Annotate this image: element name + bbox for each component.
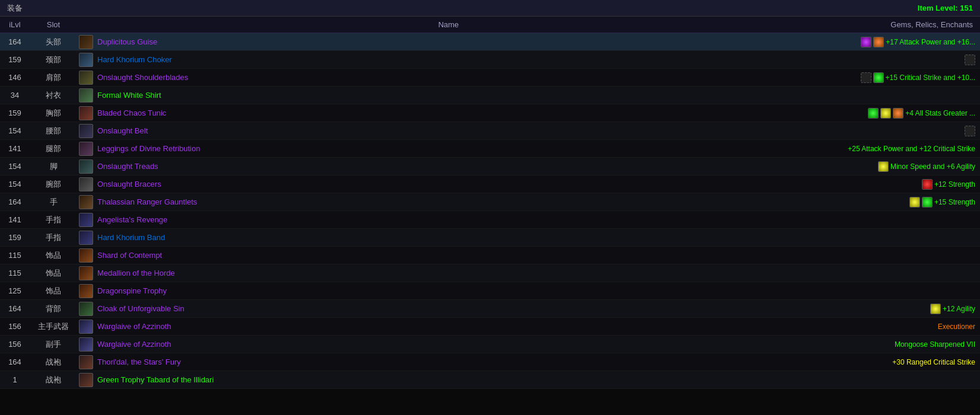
item-icon [79, 320, 93, 334]
col-icon [77, 19, 95, 30]
item-enchant-cell: +12 Strength [802, 178, 980, 191]
item-icon [79, 266, 93, 280]
item-ilvl: 141 [0, 143, 30, 154]
item-name: Leggings of Divine Retribution [95, 143, 802, 154]
item-slot: 腰部 [30, 124, 77, 138]
item-ilvl: 159 [0, 232, 30, 243]
item-icon [79, 373, 93, 387]
table-row[interactable]: 115饰品Medallion of the Horde [0, 264, 980, 282]
column-headers: iLvl Slot Name Gems, Relics, Enchants [0, 17, 980, 33]
item-ilvl: 125 [0, 285, 30, 296]
item-slot: 饰品 [30, 249, 77, 262]
gem-icon [868, 108, 879, 119]
item-icon-cell [77, 52, 95, 68]
item-name: Green Trophy Tabard of the Illidari [95, 374, 802, 385]
item-icon-cell [77, 141, 95, 157]
table-row[interactable]: 156副手Warglaive of AzzinothMongoose Sharp… [0, 336, 980, 353]
table-row[interactable]: 154腰部Onslaught Belt [0, 122, 980, 140]
enchant-text: +15 Strength [934, 198, 975, 206]
item-ilvl: 115 [0, 267, 30, 279]
item-icon-cell [77, 123, 95, 139]
item-enchant-cell [802, 379, 980, 381]
item-slot: 腕部 [30, 178, 77, 191]
item-icon-cell [77, 158, 95, 175]
item-enchant-cell: Executioner [802, 321, 980, 332]
item-icon [79, 53, 93, 67]
gem-icon [873, 72, 884, 83]
item-slot: 胸部 [30, 107, 77, 120]
gem-icon [893, 108, 903, 119]
table-row[interactable]: 164头部Duplicitous Guise+17 Attack Power a… [0, 33, 980, 51]
item-name: Warglaive of Azzinoth [95, 339, 802, 350]
gem-icon [880, 108, 891, 119]
item-ilvl: 154 [0, 161, 30, 172]
item-name: Shard of Contempt [95, 250, 802, 261]
item-name: Onslaught Belt [95, 125, 802, 136]
item-icon [79, 195, 93, 209]
table-row[interactable]: 154脚Onslaught TreadsMinor Speed and +6 A… [0, 158, 980, 175]
table-row[interactable]: 34衬衣Formal White Shirt [0, 87, 980, 104]
table-row[interactable]: 125饰品Dragonspine Trophy [0, 282, 980, 300]
item-ilvl: 154 [0, 125, 30, 136]
item-enchant-cell [802, 272, 980, 274]
item-enchant-cell [802, 290, 980, 292]
item-enchant-cell: +12 Agility [802, 302, 980, 315]
col-ilvl: iLvl [0, 19, 30, 30]
table-row[interactable]: 159胸部Bladed Chaos Tunic+4 All Stats Grea… [0, 104, 980, 122]
item-enchant-cell: +15 Strength [802, 196, 980, 209]
table-row[interactable]: 115饰品Shard of Contempt [0, 247, 980, 264]
item-icon [79, 337, 93, 352]
item-icon [79, 88, 93, 103]
item-enchant-cell [802, 94, 980, 97]
item-icon-cell [77, 372, 95, 388]
item-name: Medallion of the Horde [95, 267, 802, 279]
item-icon-cell [77, 354, 95, 371]
item-icon [79, 142, 93, 156]
table-row[interactable]: 1战袍Green Trophy Tabard of the Illidari [0, 371, 980, 389]
header-bar: 装备 Item Level: 151 [0, 0, 980, 17]
gem-icon [965, 55, 975, 65]
item-enchant-cell [802, 124, 980, 138]
item-name: Bladed Chaos Tunic [95, 107, 802, 119]
item-icon-cell [77, 34, 95, 50]
item-icon [79, 213, 93, 227]
item-icon [79, 284, 93, 298]
item-icon-cell [77, 212, 95, 228]
item-enchant-cell [802, 254, 980, 257]
enchant-text: +15 Critical Strike and +10... [886, 74, 975, 82]
table-row[interactable]: 141手指Angelista's Revenge [0, 211, 980, 229]
item-name: Thori'dal, the Stars' Fury [95, 356, 802, 368]
item-icon [79, 302, 93, 316]
table-row[interactable]: 159手指Hard Khorium Band [0, 229, 980, 247]
table-row[interactable]: 154腕部Onslaught Bracers+12 Strength [0, 175, 980, 193]
item-icon [79, 35, 93, 49]
item-slot: 饰品 [30, 285, 77, 298]
item-enchant-cell [802, 219, 980, 221]
item-ilvl: 159 [0, 107, 30, 119]
item-icon-cell [77, 318, 95, 335]
enchant-text: Minor Speed and +6 Agility [890, 162, 975, 171]
item-slot: 手 [30, 196, 77, 209]
col-name: Name [95, 19, 802, 30]
table-row[interactable]: 156主手武器Warglaive of AzzinothExecutioner [0, 318, 980, 336]
item-enchant-cell: +4 All Stats Greater ... [802, 107, 980, 120]
table-row[interactable]: 164战袍Thori'dal, the Stars' Fury+30 Range… [0, 353, 980, 371]
table-row[interactable]: 164背部Cloak of Unforgivable Sin+12 Agilit… [0, 300, 980, 318]
gem-icon [930, 304, 941, 314]
table-row[interactable]: 141腿部Leggings of Divine Retribution+25 A… [0, 140, 980, 158]
item-enchant-cell: +15 Critical Strike and +10... [802, 71, 980, 84]
table-row[interactable]: 146肩部Onslaught Shoulderblades+15 Critica… [0, 69, 980, 87]
item-ilvl: 154 [0, 178, 30, 190]
item-icon [79, 177, 93, 191]
item-icon-cell [77, 105, 95, 122]
table-row[interactable]: 159颈部Hard Khorium Choker [0, 51, 980, 69]
table-row[interactable]: 164手Thalassian Ranger Gauntlets+15 Stren… [0, 193, 980, 211]
item-slot: 饰品 [30, 267, 77, 280]
item-icon [79, 231, 93, 245]
item-slot: 手指 [30, 231, 77, 244]
item-enchant-cell: +25 Attack Power and +12 Critical Strike [802, 143, 980, 154]
item-enchant-cell: +30 Ranged Critical Strike [802, 357, 980, 368]
item-slot: 副手 [30, 338, 77, 351]
item-level-display: Item Level: 151 [918, 4, 973, 12]
item-icon-cell [77, 336, 95, 353]
